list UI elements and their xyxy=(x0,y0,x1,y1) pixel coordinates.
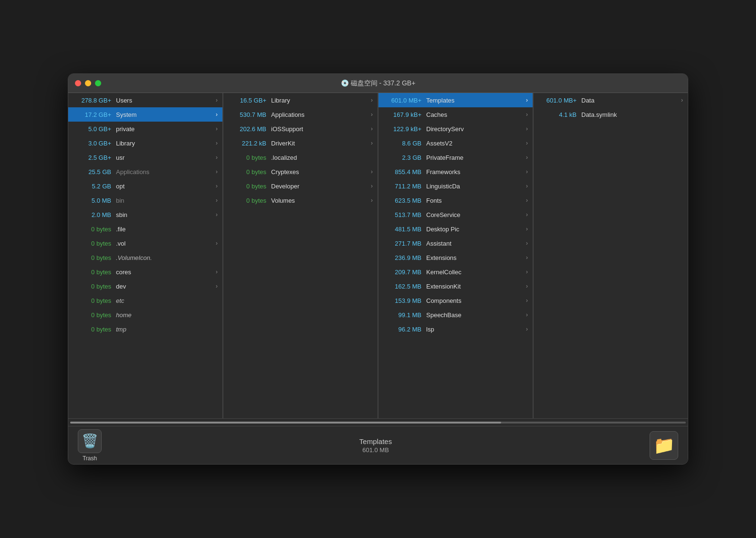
file-row[interactable]: 0 bytescores› xyxy=(68,265,222,279)
file-row[interactable]: 0 bytesVolumes› xyxy=(223,193,378,207)
selected-item-name: Templates xyxy=(359,437,392,445)
file-name: Library xyxy=(116,140,214,147)
minimize-button[interactable] xyxy=(85,80,91,86)
file-row[interactable]: 25.5 GBApplications› xyxy=(68,165,222,179)
file-row[interactable]: 0 bytes.vol› xyxy=(68,236,222,250)
column-1[interactable]: 278.8 GB+Users›17.2 GB+System›5.0 GB+pri… xyxy=(68,93,223,418)
file-row[interactable]: 601.0 MB+Templates› xyxy=(378,93,533,107)
file-size: 167.9 kB+ xyxy=(383,111,426,118)
file-row[interactable]: 0 bytestmp xyxy=(68,322,222,336)
file-size: 209.7 MB xyxy=(383,269,426,276)
file-row[interactable]: 153.9 MBComponents› xyxy=(378,293,533,308)
file-size: 153.9 MB xyxy=(383,297,426,304)
file-row[interactable]: 96.2 MBlsp› xyxy=(378,322,533,336)
file-name: Data.symlink xyxy=(581,111,683,118)
file-name: Fonts xyxy=(426,197,524,204)
file-row[interactable]: 513.7 MBCoreService› xyxy=(378,207,533,222)
file-row[interactable]: 162.5 MBExtensionKit› xyxy=(378,279,533,293)
file-size: 0 bytes xyxy=(73,326,116,333)
h-scrollbar-track[interactable] xyxy=(70,422,686,424)
file-row[interactable]: 2.5 GB+usr› xyxy=(68,150,222,165)
file-row[interactable]: 278.8 GB+Users› xyxy=(68,93,222,107)
file-name: SpeechBase xyxy=(426,311,524,319)
file-row[interactable]: 236.9 MBExtensions› xyxy=(378,250,533,265)
file-row[interactable]: 17.2 GB+System› xyxy=(68,107,222,122)
file-name: .vol xyxy=(116,240,214,247)
file-row[interactable]: 0 bytesetc xyxy=(68,293,222,308)
file-row[interactable]: 5.0 GB+private› xyxy=(68,122,222,136)
folder-icon-wrap[interactable]: 📁 xyxy=(650,431,678,460)
chevron-right-icon: › xyxy=(371,197,373,204)
file-row[interactable]: 2.3 GBPrivateFrame› xyxy=(378,150,533,165)
file-row[interactable]: 601.0 MB+Data› xyxy=(534,93,688,107)
file-row[interactable]: 5.0 MBbin› xyxy=(68,193,222,207)
file-row[interactable]: 4.1 kBData.symlink xyxy=(534,107,688,122)
chevron-right-icon: › xyxy=(526,140,528,146)
file-row[interactable]: 167.9 kB+Caches› xyxy=(378,107,533,122)
close-button[interactable] xyxy=(75,80,81,86)
file-size: 0 bytes xyxy=(228,168,271,176)
chevron-right-icon: › xyxy=(526,154,528,161)
file-row[interactable]: 0 bytesCryptexes› xyxy=(223,165,378,179)
file-row[interactable]: 711.2 MBLinguisticDa› xyxy=(378,179,533,193)
trash-icon[interactable]: 🗑️ xyxy=(78,429,102,453)
file-row[interactable]: 0 bytesdev› xyxy=(68,279,222,293)
file-name: .localized xyxy=(271,154,373,161)
file-size: 99.1 MB xyxy=(383,311,426,319)
chevron-right-icon: › xyxy=(681,97,683,103)
file-row[interactable]: 0 bytes.localized xyxy=(223,150,378,165)
file-size: 271.7 MB xyxy=(383,240,426,247)
file-row[interactable]: 481.5 MBDesktop Pic› xyxy=(378,222,533,236)
file-row[interactable]: 623.5 MBFonts› xyxy=(378,193,533,207)
chevron-right-icon: › xyxy=(371,111,373,118)
file-row[interactable]: 221.2 kBDriverKit› xyxy=(223,136,378,150)
file-size: 5.0 GB+ xyxy=(73,125,116,133)
file-size: 5.2 GB xyxy=(73,183,116,190)
trash-label: Trash xyxy=(83,455,97,462)
file-size: 623.5 MB xyxy=(383,197,426,204)
file-row[interactable]: 3.0 GB+Library› xyxy=(68,136,222,150)
file-row[interactable]: 8.6 GBAssetsV2› xyxy=(378,136,533,150)
column-2[interactable]: 16.5 GB+Library›530.7 MBApplications›202… xyxy=(223,93,378,418)
file-name: System xyxy=(116,111,214,118)
file-row[interactable]: 0 byteshome xyxy=(68,308,222,322)
status-center: Templates 601.0 MB xyxy=(359,437,392,454)
main-window: 💿 磁盘空间 - 337.2 GB+ 278.8 GB+Users›17.2 G… xyxy=(68,73,688,465)
chevron-right-icon: › xyxy=(371,168,373,175)
file-row[interactable]: 202.6 MBiOSSupport› xyxy=(223,122,378,136)
h-scrollbar-thumb[interactable] xyxy=(70,422,501,424)
file-name: Developer xyxy=(271,183,369,190)
chevron-right-icon: › xyxy=(371,97,373,103)
file-row[interactable]: 855.4 MBFrameworks› xyxy=(378,165,533,179)
chevron-right-icon: › xyxy=(526,197,528,204)
file-row[interactable]: 16.5 GB+Library› xyxy=(223,93,378,107)
file-browser: 278.8 GB+Users›17.2 GB+System›5.0 GB+pri… xyxy=(68,93,688,418)
file-name: private xyxy=(116,125,214,133)
file-size: 481.5 MB xyxy=(383,226,426,233)
file-row[interactable]: 0 bytes.file xyxy=(68,222,222,236)
column-4[interactable]: 601.0 MB+Data›4.1 kBData.symlink xyxy=(534,93,688,418)
file-size: 236.9 MB xyxy=(383,254,426,261)
traffic-lights xyxy=(75,80,101,86)
file-name: ExtensionKit xyxy=(426,283,524,290)
file-row[interactable]: 0 bytesDeveloper› xyxy=(223,179,378,193)
file-row[interactable]: 99.1 MBSpeechBase› xyxy=(378,308,533,322)
file-row[interactable]: 0 bytes.VolumeIcon. xyxy=(68,250,222,265)
file-row[interactable]: 209.7 MBKernelCollec› xyxy=(378,265,533,279)
horizontal-scrollbar[interactable] xyxy=(68,418,688,426)
file-size: 601.0 MB+ xyxy=(383,97,426,104)
file-name: etc xyxy=(116,297,218,304)
file-row[interactable]: 5.2 GBopt› xyxy=(68,179,222,193)
window-title: 💿 磁盘空间 - 337.2 GB+ xyxy=(341,79,416,88)
file-row[interactable]: 122.9 kB+DirectoryServ› xyxy=(378,122,533,136)
file-name: .file xyxy=(116,226,218,233)
maximize-button[interactable] xyxy=(95,80,101,86)
file-row[interactable]: 530.7 MBApplications› xyxy=(223,107,378,122)
file-name: tmp xyxy=(116,326,218,333)
file-name: Applications xyxy=(116,168,214,176)
column-3[interactable]: 601.0 MB+Templates›167.9 kB+Caches›122.9… xyxy=(378,93,533,418)
file-row[interactable]: 271.7 MBAssistant› xyxy=(378,236,533,250)
file-name: DirectoryServ xyxy=(426,125,524,133)
chevron-right-icon: › xyxy=(216,154,218,161)
file-row[interactable]: 2.0 MBsbin› xyxy=(68,207,222,222)
